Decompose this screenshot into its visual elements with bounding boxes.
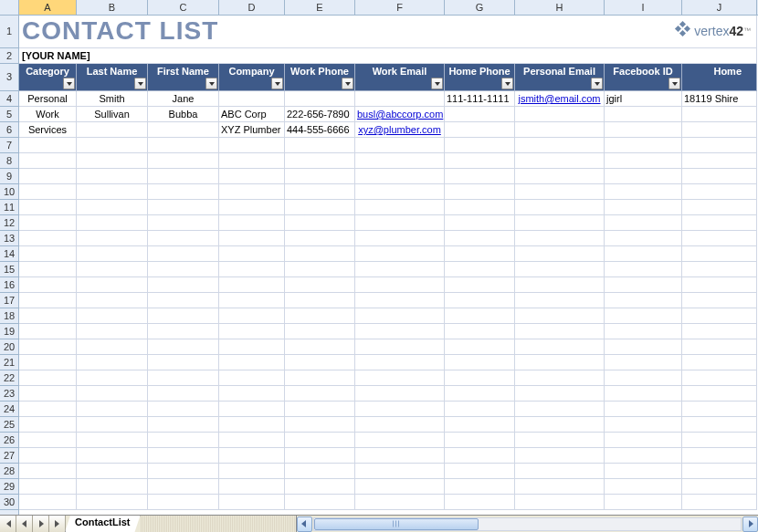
cell[interactable] — [682, 464, 757, 479]
cell[interactable] — [219, 417, 285, 433]
cell[interactable] — [148, 464, 219, 479]
cell[interactable] — [148, 215, 219, 231]
row-header-10[interactable]: 10 — [0, 184, 18, 200]
cell[interactable] — [605, 355, 682, 370]
cell[interactable] — [285, 370, 355, 386]
filter-dropdown-icon[interactable] — [205, 78, 217, 89]
cell[interactable] — [605, 402, 682, 417]
cell[interactable] — [355, 448, 445, 464]
cell[interactable] — [605, 169, 682, 184]
cell[interactable] — [77, 339, 148, 355]
cell[interactable] — [515, 107, 605, 122]
tab-nav-first[interactable] — [0, 516, 16, 532]
cell[interactable] — [285, 386, 355, 402]
cell[interactable] — [682, 169, 757, 184]
cell[interactable] — [148, 308, 219, 324]
row-header-9[interactable]: 9 — [0, 169, 18, 184]
cell[interactable] — [605, 495, 682, 510]
cell[interactable]: Work — [19, 107, 77, 122]
cell[interactable] — [355, 200, 445, 215]
cell[interactable] — [148, 200, 219, 215]
cell[interactable] — [515, 495, 605, 510]
cell[interactable] — [219, 308, 285, 324]
cell[interactable] — [148, 169, 219, 184]
cell[interactable]: xyz@plumber.com — [355, 122, 445, 138]
cell[interactable] — [445, 448, 515, 464]
cell[interactable] — [19, 417, 77, 433]
cell[interactable] — [355, 370, 445, 386]
cell[interactable] — [445, 495, 515, 510]
cell[interactable] — [77, 215, 148, 231]
cell[interactable] — [219, 246, 285, 262]
cell[interactable] — [285, 91, 355, 107]
horizontal-scrollbar[interactable] — [296, 516, 759, 532]
cell[interactable] — [19, 262, 77, 277]
email-link[interactable]: xyz@plumber.com — [358, 124, 441, 135]
cell[interactable] — [682, 324, 757, 339]
cell[interactable] — [515, 448, 605, 464]
cell[interactable] — [515, 464, 605, 479]
row-header-16[interactable]: 16 — [0, 277, 18, 293]
row-header-4[interactable]: 4 — [0, 91, 18, 107]
cell[interactable] — [19, 479, 77, 495]
cell[interactable] — [605, 262, 682, 277]
cell[interactable] — [355, 386, 445, 402]
cell[interactable] — [515, 433, 605, 448]
cell[interactable] — [285, 262, 355, 277]
row-header-15[interactable]: 15 — [0, 262, 18, 277]
cell[interactable] — [285, 339, 355, 355]
cell[interactable] — [77, 417, 148, 433]
cell[interactable] — [515, 184, 605, 200]
column-header-H[interactable]: H — [515, 0, 605, 15]
cell[interactable] — [445, 262, 515, 277]
cell[interactable]: jsmith@email.com — [515, 91, 605, 107]
cell[interactable] — [445, 433, 515, 448]
cell[interactable] — [445, 479, 515, 495]
cell[interactable] — [77, 464, 148, 479]
cell[interactable] — [355, 262, 445, 277]
cell[interactable] — [219, 184, 285, 200]
cell[interactable] — [355, 479, 445, 495]
cell[interactable] — [445, 169, 515, 184]
email-link[interactable]: jsmith@email.com — [518, 93, 600, 104]
cell[interactable] — [19, 339, 77, 355]
cell[interactable] — [445, 339, 515, 355]
cell[interactable] — [515, 169, 605, 184]
cell[interactable] — [148, 231, 219, 246]
cell[interactable] — [445, 308, 515, 324]
cell[interactable] — [515, 262, 605, 277]
cell[interactable] — [355, 169, 445, 184]
cell[interactable] — [355, 215, 445, 231]
cell[interactable] — [148, 153, 219, 169]
cell[interactable] — [19, 495, 77, 510]
cell[interactable] — [19, 184, 77, 200]
cell[interactable] — [515, 308, 605, 324]
column-header-F[interactable]: F — [355, 0, 445, 15]
cell[interactable] — [285, 417, 355, 433]
tab-nav-last[interactable] — [49, 516, 66, 532]
cell[interactable] — [77, 448, 148, 464]
cell[interactable] — [285, 200, 355, 215]
cell[interactable] — [77, 370, 148, 386]
cell[interactable] — [682, 200, 757, 215]
cell[interactable] — [605, 386, 682, 402]
select-all-corner[interactable] — [0, 0, 19, 15]
cell[interactable] — [219, 200, 285, 215]
cell[interactable] — [77, 122, 148, 138]
cell[interactable] — [682, 479, 757, 495]
cell[interactable] — [219, 402, 285, 417]
hscroll-thumb[interactable] — [314, 518, 479, 530]
cell[interactable] — [77, 433, 148, 448]
row-header-13[interactable]: 13 — [0, 231, 18, 246]
cell[interactable] — [19, 448, 77, 464]
cell[interactable]: busl@abccorp.com — [355, 107, 445, 122]
cell[interactable] — [682, 215, 757, 231]
row-header-26[interactable]: 26 — [0, 433, 18, 448]
cell[interactable] — [605, 464, 682, 479]
cell[interactable] — [605, 448, 682, 464]
cell[interactable] — [445, 138, 515, 153]
cell[interactable] — [148, 402, 219, 417]
column-header-B[interactable]: B — [77, 0, 148, 15]
row-header-30[interactable]: 30 — [0, 495, 18, 510]
cell[interactable] — [355, 184, 445, 200]
